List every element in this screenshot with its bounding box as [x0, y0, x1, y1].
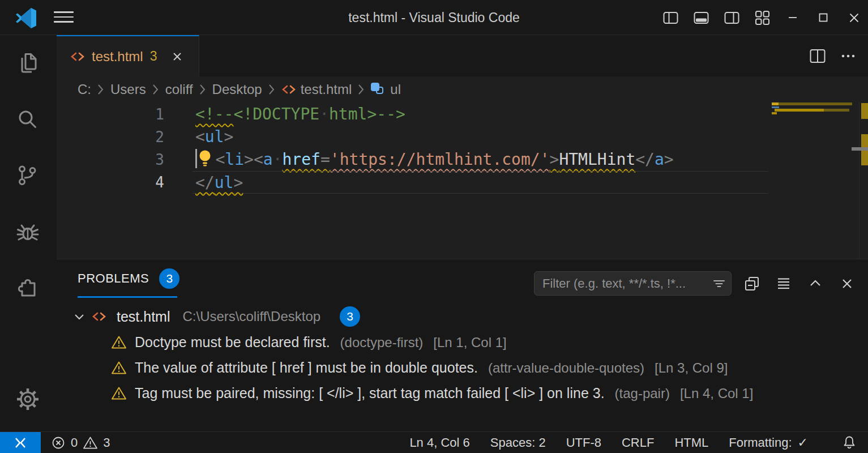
problem-row-3[interactable]: Tag must be paired, missing: [ </li> ], …	[57, 381, 868, 406]
more-actions-icon[interactable]	[840, 48, 857, 64]
html-file-icon	[281, 82, 296, 97]
activity-bar	[0, 35, 57, 431]
warning-icon	[111, 335, 127, 349]
view-as-list-icon[interactable]	[775, 275, 792, 292]
overview-ruler	[859, 102, 868, 259]
problems-filter-input[interactable]	[542, 276, 712, 291]
line-number: 3	[57, 148, 164, 171]
group-count-badge: 3	[340, 306, 360, 327]
problem-message: The value of attribute [ href ] must be …	[135, 360, 478, 376]
close-button[interactable]	[845, 9, 862, 26]
breadcrumb: C: Users coliff Desktop test.html ul	[57, 76, 868, 102]
indentation[interactable]: Spaces: 2	[490, 435, 546, 450]
symbol-module-icon	[371, 83, 386, 96]
extensions-icon[interactable]	[15, 275, 41, 301]
tab-close-icon[interactable]	[171, 50, 183, 63]
code-line-3: 3 <li><a·href='https://htmlhint.com/'>HT…	[57, 148, 768, 171]
breadcrumb-item-drive[interactable]: C:	[78, 82, 91, 97]
warning-icon	[111, 386, 127, 400]
eol-sequence[interactable]: CRLF	[622, 435, 654, 450]
chevron-down-icon	[72, 310, 86, 323]
problems-count-badge: 3	[159, 268, 179, 289]
check-icon: ✓	[798, 435, 808, 450]
chevron-right-icon	[357, 83, 366, 96]
group-file-name: test.html	[117, 309, 170, 325]
text-cursor	[195, 149, 197, 168]
settings-gear-icon[interactable]	[15, 386, 41, 412]
minimap-line-1	[772, 102, 852, 105]
line-number: 2	[57, 126, 164, 148]
notifications-bell-icon[interactable]	[842, 435, 857, 450]
run-debug-icon[interactable]	[15, 219, 41, 245]
chevron-right-icon	[198, 83, 207, 96]
encoding[interactable]: UTF-8	[566, 435, 601, 450]
toggle-secondary-sidebar-icon[interactable]	[723, 9, 740, 26]
tab-test-html[interactable]: test.html 3	[57, 35, 199, 76]
problem-position: [Ln 3, Col 9]	[655, 360, 728, 376]
remote-icon	[12, 434, 29, 451]
warning-icon	[111, 361, 127, 375]
problem-row-1[interactable]: Doctype must be declared first. (doctype…	[57, 330, 868, 355]
status-bar: 0 3 Ln 4, Col 6 Spaces: 2 UTF-8 CRLF HTM…	[0, 431, 868, 453]
chevron-right-icon	[267, 83, 276, 96]
chevron-right-icon	[96, 83, 105, 96]
html-file-icon	[92, 309, 106, 324]
warning-count: 3	[103, 435, 110, 450]
breadcrumb-item-file[interactable]: test.html	[281, 82, 352, 97]
problems-file-group[interactable]: test.html C:\Users\coliff\Desktop 3	[57, 304, 868, 330]
error-count: 0	[71, 435, 78, 450]
overview-cursor-mark	[852, 147, 868, 151]
html-file-icon	[70, 49, 85, 64]
code-line-1: 1 <!--<!DOCTYPE·html>-->	[57, 103, 768, 126]
breadcrumb-item-symbol[interactable]: ul	[371, 82, 401, 97]
problem-source: (attr-value-double-quotes)	[488, 360, 644, 376]
tab-problems[interactable]: PROBLEMS 3	[78, 259, 179, 298]
language-mode[interactable]: HTML	[674, 435, 708, 450]
tab-problem-count: 3	[150, 49, 157, 64]
code-editor[interactable]: 1 <!--<!DOCTYPE·html>--> 2 <ul> 3 <li><a…	[57, 102, 868, 259]
split-editor-icon[interactable]	[809, 48, 826, 64]
problems-panel: PROBLEMS 3	[57, 259, 868, 431]
vscode-window: test.html - Visual Studio Code	[0, 0, 868, 453]
problems-filter	[534, 271, 732, 296]
remote-indicator[interactable]	[0, 432, 41, 453]
error-icon	[51, 435, 66, 450]
editor-group: test.html 3 C:	[57, 35, 868, 431]
tab-strip: test.html 3	[57, 35, 868, 76]
source-control-icon[interactable]	[15, 163, 41, 189]
minimap-line-3	[775, 109, 824, 112]
collapse-all-icon[interactable]	[743, 275, 760, 292]
minimap[interactable]	[772, 102, 852, 170]
problem-source: (tag-pair)	[615, 386, 670, 401]
toggle-panel-icon[interactable]	[692, 9, 709, 26]
tab-label: test.html	[92, 49, 143, 65]
minimize-button[interactable]	[784, 9, 801, 26]
breadcrumb-item-desktop[interactable]: Desktop	[212, 82, 262, 97]
problem-position: [Ln 1, Col 1]	[433, 335, 506, 351]
customize-layout-icon[interactable]	[754, 9, 771, 26]
toggle-primary-sidebar-icon[interactable]	[662, 9, 679, 26]
problem-source: (doctype-first)	[340, 335, 424, 351]
problems-tab-label: PROBLEMS	[78, 271, 149, 286]
group-file-path: C:\Users\coliff\Desktop	[182, 309, 320, 324]
code-line-2: 2 <ul>	[57, 126, 768, 148]
code-line-4: 4 </ul>	[57, 171, 768, 194]
cursor-position[interactable]: Ln 4, Col 6	[409, 435, 469, 450]
search-icon[interactable]	[15, 107, 41, 133]
formatting-status[interactable]: Formatting:✓	[729, 435, 808, 450]
overview-warning-mark	[861, 103, 868, 119]
close-panel-icon[interactable]	[839, 275, 856, 292]
problem-message: Doctype must be declared first.	[135, 334, 330, 351]
maximize-panel-icon[interactable]	[807, 275, 824, 292]
breadcrumb-item-coliff[interactable]: coliff	[165, 82, 193, 97]
minimap-line-2	[772, 106, 779, 109]
problems-status[interactable]: 0 3	[51, 435, 110, 450]
problem-message: Tag must be paired, missing: [ </li> ], …	[135, 385, 605, 401]
breadcrumb-item-users[interactable]: Users	[110, 82, 146, 97]
maximize-button[interactable]	[815, 9, 832, 26]
explorer-icon[interactable]	[15, 50, 41, 76]
problem-row-2[interactable]: The value of attribute [ href ] must be …	[57, 355, 868, 381]
lightbulb-icon[interactable]	[198, 149, 212, 168]
problem-position: [Ln 4, Col 1]	[680, 386, 753, 401]
line-number: 1	[57, 103, 164, 126]
